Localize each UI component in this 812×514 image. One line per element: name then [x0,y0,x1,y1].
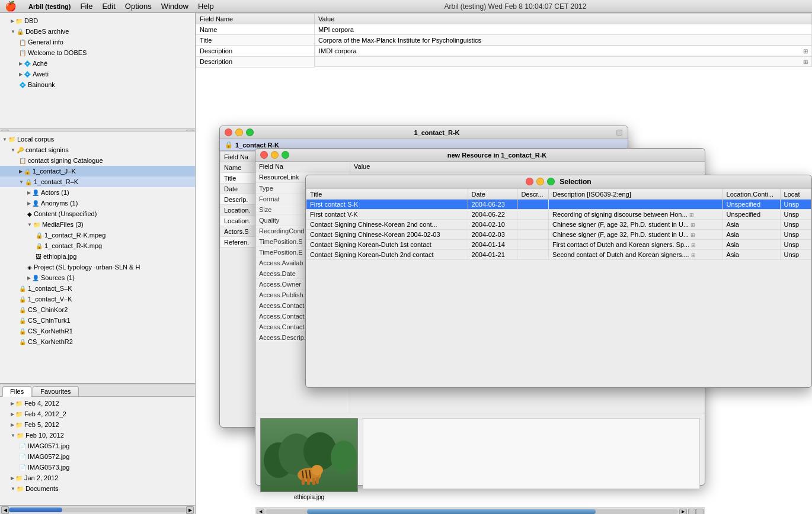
field-name-label: Field Na [255,162,350,172]
tree-item-anonyms[interactable]: ▶ 👤 Anonyms (1) [0,198,195,208]
scroll-up-arrow[interactable] [688,509,696,515]
tree-item-content[interactable]: ◆ Content (Unspecified) [0,208,195,219]
maximize-button[interactable] [246,128,254,136]
minimize-button[interactable] [235,128,243,136]
tree-item-catalogue[interactable]: 📋 contact signing Catalogue [0,155,195,166]
scroll-left-arrow[interactable]: ◀ [257,509,264,515]
descr-header[interactable]: Descr... [517,189,549,200]
sel-titlebar: Selection [306,175,811,188]
sel-row-2[interactable]: First contact V-K 2004-06-22 Recording o… [306,210,811,220]
tree-item-cs-chinturk1[interactable]: 🔒 CS_ChinTurk1 [0,315,195,326]
tree-item-aweti[interactable]: ▶ 💠 Awetí [0,69,195,79]
file-item-imag573[interactable]: 📄 IMAG0573.jpg [0,462,195,473]
remote-tree-scroll[interactable]: ▶ 📁 DBD ▼ 🔒 DoBeS archive 📋 General info [0,15,195,128]
tree-item-actors[interactable]: ▶ 👤 Actors (1) [0,187,195,198]
tree-item-image[interactable]: 🖼 ethiopia.jpg [0,251,195,262]
sel-locat-cell: Unsp [780,230,811,240]
folder-icon: 📁 [17,486,24,492]
tree-item-sources[interactable]: ▶ 👤 Sources (1) [0,272,195,283]
favourites-tab[interactable]: Favourites [33,386,78,396]
local-tree-scroll[interactable]: ▼ 📁 Local corpus ▼ 🔑 contact signins 📋 c… [0,134,195,381]
close-button[interactable] [526,178,533,185]
sel-row-1[interactable]: First contact S-K 2004-06-23 Unspecified… [306,200,811,210]
scroll-down-arrow[interactable] [696,509,704,515]
folder-icon: 💠 [24,60,31,67]
value-cell[interactable]: ⊞ [315,56,812,67]
scroll-right-arrow[interactable]: ▶ [679,509,687,515]
tree-item-contact-signins[interactable]: ▼ 🔑 contact signins [0,144,195,155]
tree-item-1-contact-r-k[interactable]: ▼ 🔒 1_contact_R–K [0,176,195,187]
apple-menu[interactable]: 🍎 [5,1,17,12]
minimize-button[interactable] [536,178,544,185]
expand-icon[interactable]: ⊞ [803,59,808,65]
tree-item-project[interactable]: ◈ Project (SL typology -urban-SLN & H [0,262,195,272]
sel-row-6[interactable]: Contact Signing Korean-Dutch 2nd contact… [306,250,811,260]
sel-row-3[interactable]: Contact Signing Chinese-Korean 2nd cont.… [306,220,811,230]
date-header[interactable]: Date [468,189,517,200]
sel-table-container[interactable]: Title Date Descr... Description [ISO639-… [306,188,811,387]
tree-item-1-contact-s-k[interactable]: 🔒 1_contact_S–K [0,283,195,294]
tree-item-cs-korneth2[interactable]: 🔒 CS_KorNethR2 [0,336,195,347]
edit-menu[interactable]: Edit [102,2,115,11]
tree-item-bainounk[interactable]: 💠 Bainounk [0,79,195,90]
title-header[interactable]: Title [306,189,468,200]
minimize-button[interactable] [271,151,279,159]
tree-item-media2[interactable]: 🔒 1_contact_R-K.mpg [0,240,195,251]
tree-item-general[interactable]: 📋 General info [0,37,195,47]
tree-item-ache[interactable]: ▶ 💠 Aché [0,58,195,69]
rk-traffic-lights [225,128,254,136]
file-item-jan2[interactable]: ▶ 📁 Jan 2, 2012 [0,473,195,483]
file-item-documents[interactable]: ▼ 📁 Documents [0,483,195,494]
tree-item-welcome[interactable]: 📋 Welcome to DOBES [0,47,195,58]
expand-icon[interactable]: ⊞ [803,48,808,54]
files-scrollbar[interactable]: ◀ ▶ [0,505,195,514]
file-item-feb4[interactable]: ▶ 📁 Feb 4, 2012 [0,398,195,409]
tree-item-1-contact-v-k[interactable]: 🔒 1_contact_V–K [0,294,195,304]
tree-item-dobes[interactable]: ▼ 🔒 DoBeS archive [0,26,195,37]
sel-loc-cell: Asia [723,230,780,240]
files-content[interactable]: ▶ 📁 Feb 4, 2012 ▶ 📁 Feb 4, 2012_2 ▶ 📁 Fe… [0,397,195,505]
tree-item-1-contact-j-k[interactable]: ▶ 🔒 1_contact_J–K [0,166,195,176]
scroll-right[interactable]: ▶ [186,506,194,514]
scroll-left[interactable]: ◀ [1,506,9,514]
value-cell[interactable]: IMDI corpora ⊞ [315,46,812,56]
newres-scrollbar[interactable]: ◀ ▶ [255,507,705,514]
file-item-feb10[interactable]: ▼ 📁 Feb 10, 2012 [0,430,195,441]
tree-item-cs-chinkor2[interactable]: 🔒 CS_ChinKor2 [0,304,195,315]
tree-label: Bainounk [28,81,55,88]
lock-icon: 🔒 [225,141,233,149]
tree-item-cs-korneth1[interactable]: 🔒 CS_KorNethR1 [0,326,195,336]
image-area: ethiopia.jpg [255,413,705,507]
value-cell[interactable]: MPI corpora [315,24,812,35]
files-tab[interactable]: Files [2,386,31,397]
value-cell[interactable]: Corpora of the Max-Planck Institute for … [315,35,812,46]
maximize-button[interactable] [547,178,555,185]
help-menu[interactable]: Help [198,2,214,11]
sel-row-4[interactable]: Contact Signing Chinese-Korean 2004-02-0… [306,230,811,240]
tree-item-media1[interactable]: 🔒 1_contact_R-K.mpeg [0,230,195,240]
window-menu[interactable]: Window [161,2,188,11]
sel-row-5[interactable]: Contact Signing Korean-Dutch 1st contact… [306,240,811,250]
close-button[interactable] [225,128,232,136]
app-menu[interactable]: Arbil (testing) [28,3,71,10]
location-header[interactable]: Location.Conti... [723,189,780,200]
description-header[interactable]: Description [ISO639-2:eng] [549,189,723,200]
maximize-button[interactable] [282,151,289,159]
newres-window-title: new Resource in 1_contact_R-K [294,152,700,159]
tree-item-dbd[interactable]: ▶ 📁 DBD [0,15,195,26]
folder-icon: 📁 [15,400,23,407]
file-item-feb5[interactable]: ▶ 📁 Feb 5, 2012 [0,419,195,430]
close-button[interactable] [260,151,268,159]
tree-item-local-corpus[interactable]: ▼ 📁 Local corpus [0,134,195,144]
locat-header[interactable]: Locat [780,189,811,200]
file-item-imag571[interactable]: 📄 IMAG0571.jpg [0,441,195,451]
tree-item-mediafiles[interactable]: ▼ 📁 MediaFiles (3) [0,219,195,230]
file-item-imag572[interactable]: 📄 IMAG0572.jpg [0,451,195,462]
sel-locat-cell: Unsp [780,250,811,260]
sel-header-row: Title Date Descr... Description [ISO639-… [306,189,811,200]
options-menu[interactable]: Options [125,2,152,11]
file-item-feb4-2[interactable]: ▶ 📁 Feb 4, 2012_2 [0,409,195,419]
file-menu[interactable]: File [81,2,93,11]
tree-label: MediaFiles (3) [42,221,84,228]
scroll-indicator [615,130,623,136]
